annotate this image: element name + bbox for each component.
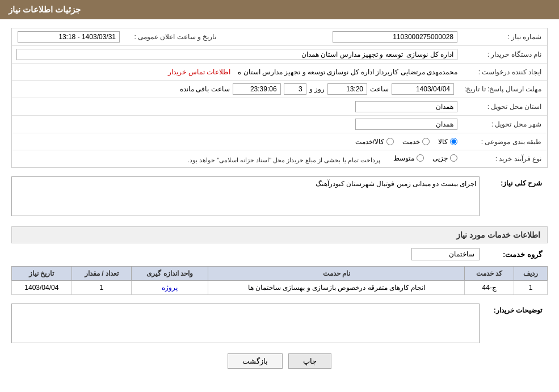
response-deadline-value: ساعت روز و ساعت باقی مانده [12, 82, 459, 96]
need-number-label: شماره نیاز : [462, 31, 547, 43]
need-description-value: اجرای بیست دو میدانی زمین فوتبال شهرستان… [11, 176, 480, 218]
cell-row-num: 1 [514, 281, 548, 295]
delivery-province-input[interactable] [355, 101, 457, 112]
requester-label: ایجاد کننده درخواست : [462, 66, 547, 78]
delivery-province-value [12, 100, 462, 113]
buyer-description-value [11, 304, 480, 345]
page-title: جزئیات اطلاعات نیاز [9, 5, 81, 14]
response-deadline-label: مهلت ارسال پاسخ: تا تاریخ: [459, 83, 547, 95]
service-group-label: گروه خدمت: [480, 250, 548, 259]
col-header-unit: واحد اندازه گیری [132, 267, 208, 281]
col-header-date: تاریخ نیاز [12, 267, 72, 281]
table-row: 1 ج-44 انجام کارهای متفرقه درخصوص بازساز… [12, 281, 548, 295]
page-header: جزئیات اطلاعات نیاز [0, 0, 559, 19]
service-group-row: گروه خدمت: ساختمان [11, 248, 548, 260]
response-days-label: روز و [309, 85, 325, 93]
response-remaining-label: ساعت باقی مانده [180, 85, 230, 93]
services-table-section: ردیف کد خدمت نام حدمت واحد اندازه گیری ت… [11, 266, 548, 295]
cell-service-code: ج-44 [465, 281, 514, 295]
category-khedmat-option[interactable]: خدمت [402, 138, 430, 146]
buyer-org-value [12, 48, 462, 61]
cell-service-name: انجام کارهای متفرقه درخصوص بازسازی و بهس… [208, 281, 465, 295]
services-section-title: اطلاعات خدمات مورد نیاز [11, 226, 548, 243]
purchase-type-row: نوع فرآیند خرید : جزیی متوسط پرداخت تمام… [12, 150, 547, 167]
service-group-value: ساختمان [411, 248, 480, 260]
col-header-quantity: تعداد / مقدار [72, 267, 132, 281]
purchase-type-motavasset-radio[interactable] [417, 154, 424, 162]
buyer-description-textarea[interactable] [11, 304, 480, 343]
category-row: طبقه بندی موضوعی : کالا خدمت [12, 133, 547, 150]
announce-date-value [12, 30, 124, 44]
col-header-row-num: ردیف [514, 267, 548, 281]
announce-date-label: تاریخ و ساعت اعلان عمومی : [124, 31, 226, 43]
response-remaining-input[interactable] [233, 83, 281, 95]
response-deadline-row: مهلت ارسال پاسخ: تا تاریخ: ساعت روز و سا… [12, 81, 547, 98]
category-khedmat-radio[interactable] [422, 138, 430, 145]
purchase-type-jozi-option[interactable]: جزیی [432, 154, 457, 162]
requester-row: ایجاد کننده درخواست : محمدمهدی مرتضایی ک… [12, 64, 547, 81]
cell-unit: پروژه [132, 281, 208, 295]
response-date-input[interactable] [392, 83, 454, 95]
response-days-input[interactable] [284, 83, 306, 95]
button-row: چاپ بازگشت [11, 353, 548, 369]
requester-name: محمدمهدی مرتضایی کاربرداز اداره کل نوساز… [238, 68, 457, 76]
back-button[interactable]: بازگشت [228, 353, 283, 369]
category-kala-option[interactable]: کالا [438, 138, 457, 146]
cell-quantity: 1 [72, 281, 132, 295]
delivery-province-row: استان محل تحویل : [12, 98, 547, 116]
cell-date: 1403/04/04 [12, 281, 72, 295]
need-number-input[interactable] [333, 31, 457, 43]
buyer-org-input[interactable] [16, 49, 457, 60]
need-number-value [226, 30, 462, 44]
category-value: کالا خدمت کالا/خدمت [12, 137, 462, 147]
category-kala-radio[interactable] [450, 138, 457, 145]
purchase-type-jozi-radio[interactable] [450, 154, 457, 162]
announce-date-input[interactable] [18, 31, 120, 43]
buyer-description-section: توضیحات خریدار: [11, 304, 548, 345]
col-header-service-name: نام حدمت [208, 267, 465, 281]
category-kala-khedmat-radio[interactable] [386, 138, 394, 145]
buyer-description-label: توضیحات خریدار: [480, 304, 548, 317]
buyer-org-label: نام دستگاه خریدار : [462, 49, 547, 60]
col-header-service-code: کد خدمت [465, 267, 514, 281]
need-description-section: شرح کلی نیاز: اجرای بیست دو میدانی زمین … [11, 176, 548, 218]
purchase-type-label: نوع فرآیند خرید : [462, 153, 547, 165]
requester-value: محمدمهدی مرتضایی کاربرداز اداره کل نوساز… [12, 67, 462, 77]
category-kala-khedmat-option[interactable]: کالا/خدمت [355, 138, 394, 146]
print-button[interactable]: چاپ [288, 353, 331, 369]
purchase-type-note: پرداخت تمام یا بخشی از مبلغ خریداز محل "… [188, 156, 380, 163]
services-table: ردیف کد خدمت نام حدمت واحد اندازه گیری ت… [11, 266, 548, 295]
delivery-city-value [12, 117, 462, 131]
response-time-input[interactable] [327, 83, 367, 95]
purchase-type-value: جزیی متوسط پرداخت تمام یا بخشی از مبلغ خ… [12, 153, 462, 165]
category-label: طبقه بندی موضوعی : [462, 136, 547, 147]
delivery-province-label: استان محل تحویل : [462, 101, 547, 112]
need-description-textarea[interactable]: اجرای بیست دو میدانی زمین فوتبال شهرستان… [11, 176, 480, 216]
delivery-city-label: شهر محل تحویل : [462, 119, 547, 130]
delivery-city-row: شهر محل تحویل : [12, 116, 547, 133]
info-section: شماره نیاز : تاریخ و ساعت اعلان عمومی : … [11, 28, 548, 168]
delivery-city-input[interactable] [355, 119, 457, 130]
buyer-org-row: نام دستگاه خریدار : [12, 46, 547, 64]
contact-link[interactable]: اطلاعات تماس خریدار [168, 68, 230, 76]
purchase-type-motavasset-option[interactable]: متوسط [393, 154, 424, 162]
need-number-row: شماره نیاز : تاریخ و ساعت اعلان عمومی : [12, 28, 547, 46]
need-description-label: شرح کلی نیاز: [480, 176, 548, 190]
response-time-label: ساعت [370, 85, 389, 93]
